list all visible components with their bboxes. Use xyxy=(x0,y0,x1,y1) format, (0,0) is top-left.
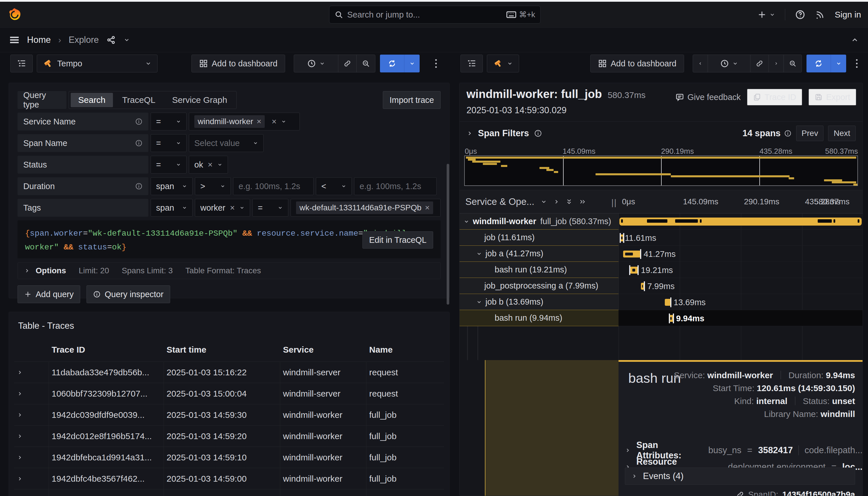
search-input[interactable]: Search or jump to... ⌘+k xyxy=(329,6,541,24)
trace-outline-button[interactable] xyxy=(461,55,483,73)
expand-all-icon[interactable] xyxy=(578,199,587,205)
table-row[interactable]: 1942dbfc4be3567f462...2025-01-03 14:59:0… xyxy=(14,468,444,490)
query-outline-button[interactable] xyxy=(10,55,33,73)
edit-in-traceql-button[interactable]: Edit in TraceQL xyxy=(362,231,433,249)
service-name-chip[interactable]: windmill-worker × xyxy=(194,115,265,128)
col-start-time[interactable]: Start time xyxy=(164,341,280,362)
grafana-logo[interactable] xyxy=(7,7,22,22)
zoom-out-button[interactable] xyxy=(357,55,375,72)
span-bar[interactable] xyxy=(665,299,670,306)
give-feedback-link[interactable]: Give feedback xyxy=(676,93,741,102)
run-query-button[interactable] xyxy=(806,55,831,73)
clear-all-icon[interactable]: × xyxy=(272,117,277,126)
time-range-picker[interactable] xyxy=(708,55,750,72)
duration-scope-select[interactable]: span xyxy=(151,177,192,195)
right-kebab-menu-icon[interactable] xyxy=(852,58,862,69)
span-row-job[interactable]: job (11.61ms) 11.61ms xyxy=(460,230,863,246)
col-service[interactable]: Service xyxy=(280,341,366,362)
span-row-full-job[interactable]: windmill-worker full_job (580.37ms) xyxy=(460,214,863,230)
chevron-down-icon[interactable] xyxy=(541,199,547,205)
collapse-all-icon[interactable] xyxy=(566,198,572,206)
link-split-button[interactable] xyxy=(338,55,357,72)
breadcrumb-home[interactable]: Home xyxy=(27,35,51,45)
share-icon[interactable] xyxy=(106,35,116,45)
span-name-operator-select[interactable]: = xyxy=(151,134,187,152)
table-row[interactable]: 1942dc012e8f196b5174...2025-01-03 14:59:… xyxy=(14,425,444,447)
status-operator-select[interactable]: = xyxy=(151,156,187,174)
query-inspector-button[interactable]: Query inspector xyxy=(87,285,170,303)
time-range-picker[interactable] xyxy=(294,55,338,72)
breadcrumb-explore[interactable]: Explore xyxy=(69,35,99,45)
span-row-bash-run-selected[interactable]: bash run (9.94ms) 9.94ms xyxy=(460,310,863,326)
time-shift-forward-button[interactable] xyxy=(769,55,784,72)
events-row[interactable]: Events (4) xyxy=(625,467,855,485)
service-name-operator-select[interactable]: = xyxy=(151,113,187,130)
span-filters-chevron-icon[interactable] xyxy=(466,130,473,137)
tag-scope-select[interactable]: span xyxy=(151,199,192,217)
next-span-button[interactable]: Next xyxy=(828,126,856,141)
run-query-button[interactable] xyxy=(380,55,404,73)
run-query-interval-chevron[interactable] xyxy=(404,55,420,73)
add-query-button[interactable]: Add query xyxy=(17,285,80,303)
add-to-dashboard-button[interactable]: Add to dashboard xyxy=(590,55,684,73)
export-button[interactable]: Export xyxy=(808,89,856,106)
span-row-job-postprocessing-a[interactable]: job_postprocessing a (7.99ms) 7.99ms xyxy=(460,278,863,294)
chip-remove-icon[interactable]: × xyxy=(425,203,430,212)
trace-id-button[interactable]: Trace ID xyxy=(747,89,802,106)
table-row[interactable]: 1060bbf732309b12707...2025-01-03 15:00:0… xyxy=(14,383,444,404)
row-collapse-icon[interactable] xyxy=(476,299,482,305)
sign-in-link[interactable]: Sign in xyxy=(835,10,861,19)
link-split-button[interactable] xyxy=(750,55,769,72)
column-resize-handle[interactable]: || xyxy=(611,198,617,207)
table-row[interactable]: 1942dbfebca1d9914a31...2025-01-03 14:59:… xyxy=(14,447,444,468)
right-datasource-picker[interactable] xyxy=(487,55,519,73)
chip-remove-icon[interactable]: × xyxy=(257,117,261,126)
tag-key-clear-icon[interactable]: × xyxy=(230,203,235,213)
span-bar[interactable] xyxy=(619,218,862,226)
datasource-picker[interactable]: Tempo xyxy=(37,55,157,73)
span-bar[interactable] xyxy=(623,251,641,258)
new-item-dropdown[interactable] xyxy=(757,10,775,19)
prev-span-button[interactable]: Prev xyxy=(796,126,824,141)
link-icon[interactable] xyxy=(736,491,744,496)
status-clear-icon[interactable]: × xyxy=(208,160,213,170)
time-shift-back-button[interactable] xyxy=(693,55,708,72)
breadcrumb-chevron-down-icon[interactable] xyxy=(124,37,130,43)
add-to-dashboard-button[interactable]: Add to dashboard xyxy=(191,55,285,73)
duration-gt-select[interactable]: > xyxy=(195,177,231,195)
trace-minimap[interactable] xyxy=(464,155,858,186)
row-collapse-icon[interactable] xyxy=(476,251,482,257)
duration-max-input[interactable]: e.g. 100ms, 1.2s xyxy=(354,177,437,195)
help-icon[interactable] xyxy=(795,10,805,20)
span-bar[interactable] xyxy=(641,283,645,290)
tab-search[interactable]: Search xyxy=(71,93,113,107)
run-query-interval-chevron[interactable] xyxy=(831,55,846,73)
span-bar[interactable] xyxy=(630,267,638,274)
status-value-select[interactable]: ok × xyxy=(189,156,228,174)
tag-value-select[interactable]: wk-default-133114d6a91e-PSPQb × xyxy=(291,199,440,217)
menu-hamburger-icon[interactable] xyxy=(9,36,19,44)
span-filters-label[interactable]: Span Filters xyxy=(478,128,529,139)
news-rss-icon[interactable] xyxy=(815,10,825,19)
table-row[interactable]: 1942dbf9d9fa6108d0d1...2025-01-03 14:58:… xyxy=(14,490,444,496)
left-pane-scrollbar[interactable] xyxy=(447,164,449,305)
col-trace-id[interactable]: Trace ID xyxy=(49,341,164,362)
table-row[interactable]: 11dabada33e479db56b...2025-01-03 15:16:2… xyxy=(14,362,444,383)
span-bar[interactable] xyxy=(620,234,624,242)
span-row-bash-run-a[interactable]: bash run (19.21ms) 19.21ms xyxy=(460,262,863,278)
duration-lt-select[interactable]: < xyxy=(316,177,352,195)
span-name-value-select[interactable]: Select value xyxy=(189,134,264,152)
tag-operator-select[interactable]: = xyxy=(252,199,288,217)
zoom-out-button[interactable] xyxy=(784,55,802,72)
collapse-chevron-up-icon[interactable] xyxy=(851,36,859,44)
service-name-value-select[interactable]: windmill-worker × × xyxy=(189,113,300,130)
tab-service-graph[interactable]: Service Graph xyxy=(165,93,235,107)
expand-chevron-icon[interactable] xyxy=(632,473,637,479)
span-bar[interactable] xyxy=(669,315,674,322)
service-operation-header[interactable]: Service & Ope... xyxy=(465,196,534,207)
import-trace-button[interactable]: Import trace xyxy=(383,91,440,109)
left-kebab-menu-icon[interactable] xyxy=(431,58,441,69)
span-row-job-a[interactable]: job a (41.27ms) 41.27ms xyxy=(460,246,863,262)
col-name[interactable]: Name xyxy=(366,341,444,362)
tag-value-chip[interactable]: wk-default-133114d6a91e-PSPQb × xyxy=(296,201,433,214)
